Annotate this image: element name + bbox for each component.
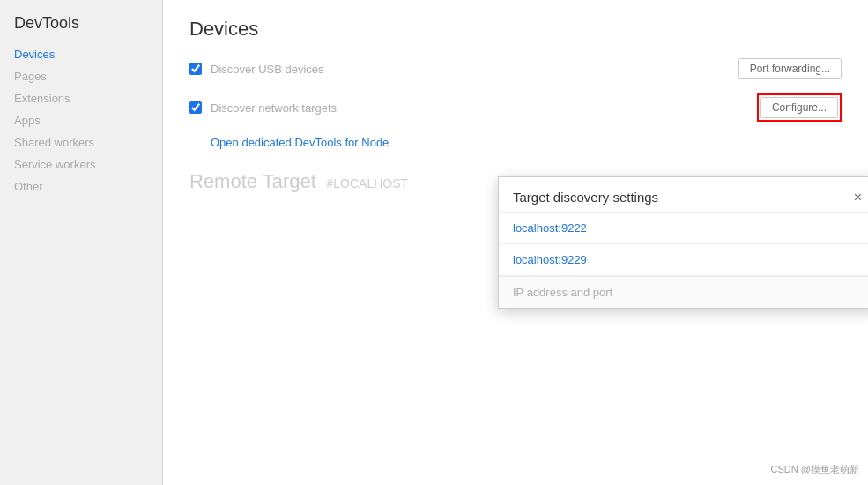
dialog-body: localhost:9222 localhost:9229 IP address… [499, 213, 868, 308]
sidebar-item-pages[interactable]: Pages [0, 65, 162, 87]
usb-label: Discover USB devices [211, 63, 738, 76]
target-discovery-dialog: Target discovery settings × localhost:92… [498, 176, 868, 309]
sidebar: DevTools Devices Pages Extensions Apps S… [0, 0, 163, 485]
configure-btn-wrapper: Configure... [757, 93, 842, 122]
sidebar-item-shared-workers[interactable]: Shared workers [0, 131, 162, 153]
dialog-header: Target discovery settings × [499, 177, 868, 213]
dialog-close-button[interactable]: × [854, 190, 862, 205]
port-forwarding-button[interactable]: Port forwarding... [738, 58, 842, 79]
configure-button[interactable]: Configure... [760, 97, 838, 118]
remote-target-hash: #LOCALHOST [327, 176, 409, 190]
main-layout: DevTools Devices Pages Extensions Apps S… [0, 0, 868, 485]
usb-option-row: Discover USB devices Port forwarding... [189, 58, 842, 79]
page-title: Devices [189, 18, 842, 41]
dialog-placeholder-entry: IP address and port [499, 276, 868, 308]
sidebar-item-other[interactable]: Other [0, 175, 162, 198]
sidebar-item-extensions[interactable]: Extensions [0, 87, 162, 109]
main-content: Devices Discover USB devices Port forwar… [163, 0, 868, 485]
remote-target-title: Remote Target [189, 170, 316, 192]
sidebar-title: DevTools [0, 14, 162, 43]
network-label: Discover network targets [211, 101, 757, 115]
network-checkbox[interactable] [189, 101, 202, 114]
sidebar-item-service-workers[interactable]: Service workers [0, 153, 162, 175]
sidebar-item-apps[interactable]: Apps [0, 109, 162, 131]
dialog-entry-1[interactable]: localhost:9229 [499, 244, 868, 276]
dialog-entry-0[interactable]: localhost:9222 [499, 213, 868, 244]
watermark: CSDN @摸鱼老萌新 [771, 463, 859, 476]
sidebar-item-devices[interactable]: Devices [0, 43, 162, 65]
dialog-title: Target discovery settings [513, 190, 658, 205]
network-option-row: Discover network targets Configure... [189, 93, 842, 122]
usb-checkbox[interactable] [189, 63, 202, 75]
open-devtools-link[interactable]: Open dedicated DevTools for Node [211, 136, 842, 149]
